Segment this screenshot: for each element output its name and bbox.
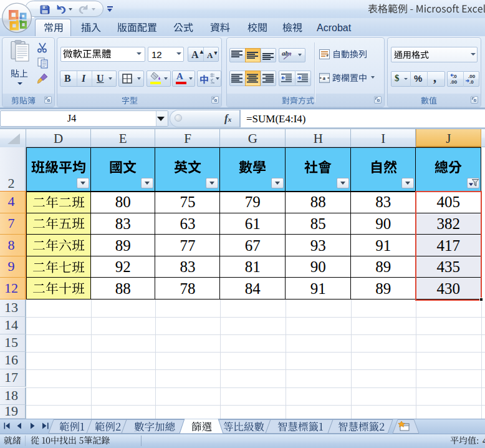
- svg-text:a: a: [323, 75, 326, 81]
- svg-text:.00: .00: [468, 74, 476, 79]
- svg-text:.0: .0: [469, 79, 474, 85]
- svg-text:.00: .00: [450, 79, 458, 85]
- svg-text:.0: .0: [453, 74, 457, 79]
